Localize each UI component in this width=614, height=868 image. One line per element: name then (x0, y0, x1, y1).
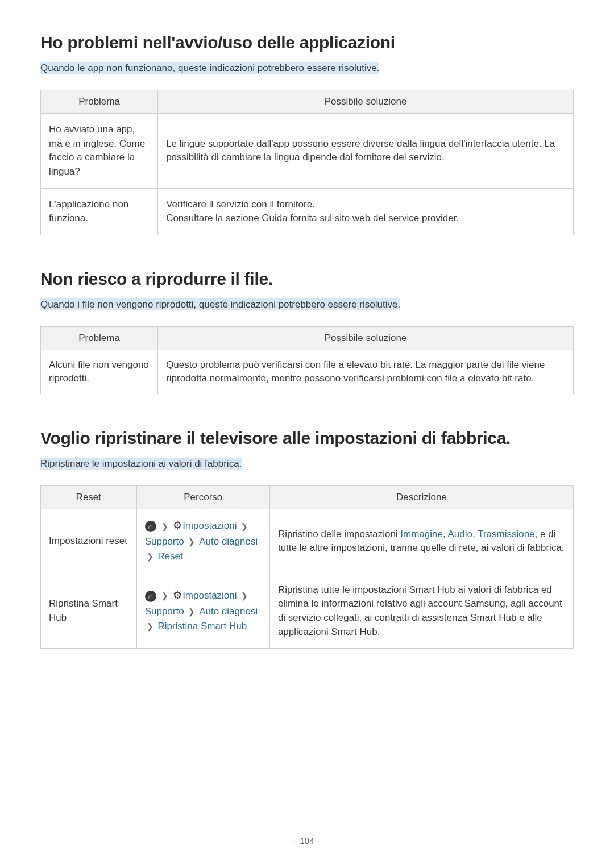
path-ripristina-smart-hub: Ripristina Smart Hub (157, 621, 247, 632)
path-autodiagnosi: Auto diagnosi (199, 606, 258, 617)
cell-solution: Verificare il servizio con il fornitore.… (158, 188, 574, 235)
cell-percorso: ❯ Impostazioni ❯ Supporto ❯ Auto diagnos… (136, 509, 269, 574)
cell-descrizione: Ripristina tutte le impostazioni Smart H… (269, 574, 573, 649)
path-supporto: Supporto (145, 606, 184, 617)
solution-line2: Consultare la sezione Guida fornita sul … (166, 211, 565, 226)
cell-reset: Impostazioni reset (41, 509, 137, 574)
path-impostazioni: Impostazioni (182, 521, 237, 531)
th-problema: Problema (41, 326, 158, 350)
chevron-right-icon: ❯ (188, 607, 195, 616)
section2-table: Problema Possibile soluzione Alcuni file… (40, 326, 574, 394)
cell-descrizione: Ripristino delle impostazioni Immagine, … (269, 509, 573, 574)
sep: , (472, 529, 478, 539)
chevron-right-icon: ❯ (188, 537, 195, 546)
section3-title: Voglio ripristinare il televisore alle i… (40, 429, 574, 448)
th-percorso: Percorso (136, 486, 269, 509)
chevron-right-icon: ❯ (147, 552, 154, 561)
chevron-right-icon: ❯ (241, 591, 248, 600)
cell-solution: Questo problema può verificarsi con file… (158, 350, 574, 394)
chevron-right-icon: ❯ (241, 522, 248, 531)
table-row: L'applicazione non funziona. Verificare … (41, 188, 574, 235)
section3-table: Reset Percorso Descrizione Impostazioni … (40, 485, 574, 649)
home-icon (145, 521, 156, 532)
section3-subtitle: Ripristinare le impostazioni ai valori d… (40, 458, 242, 470)
gear-icon (173, 590, 182, 601)
th-reset: Reset (41, 486, 137, 509)
chevron-right-icon: ❯ (147, 622, 154, 631)
chevron-right-icon: ❯ (161, 591, 168, 600)
desc-prefix: Ripristino delle impostazioni (278, 529, 400, 539)
table-row: Ho avviato una app, ma è in inglese. Com… (41, 114, 574, 189)
table-row: Ripristina Smart Hub ❯ Impostazioni ❯ Su… (41, 574, 574, 649)
link-immagine: Immagine (400, 529, 443, 539)
table-row: Alcuni file non vengono riprodotti. Ques… (41, 350, 574, 394)
cell-problem: L'applicazione non funziona. (41, 188, 158, 235)
sep: , (443, 529, 448, 539)
page-number: - 104 - (0, 836, 614, 845)
path-autodiagnosi: Auto diagnosi (199, 536, 258, 547)
th-descrizione: Descrizione (269, 486, 573, 509)
chevron-right-icon: ❯ (161, 522, 168, 531)
path-supporto: Supporto (145, 536, 184, 547)
cell-reset: Ripristina Smart Hub (41, 574, 137, 649)
cell-solution: Le lingue supportate dall'app possono es… (158, 114, 574, 189)
th-problema: Problema (41, 90, 158, 114)
cell-problem: Alcuni file non vengono riprodotti. (41, 350, 158, 394)
path-impostazioni: Impostazioni (182, 590, 237, 601)
section2-title: Non riesco a riprodurre il file. (40, 269, 574, 289)
cell-percorso: ❯ Impostazioni ❯ Supporto ❯ Auto diagnos… (136, 574, 269, 649)
solution-line1: Verificare il servizio con il fornitore. (166, 198, 565, 212)
cell-problem: Ho avviato una app, ma è in inglese. Com… (41, 114, 158, 189)
th-soluzione: Possibile soluzione (158, 90, 574, 114)
section1-table: Problema Possibile soluzione Ho avviato … (40, 90, 574, 235)
link-audio: Audio (448, 529, 472, 539)
gear-icon (173, 521, 182, 531)
path-reset: Reset (157, 551, 182, 562)
section1-subtitle: Quando le app non funzionano, queste ind… (40, 62, 379, 74)
link-trasmissione: Trasmissione (478, 529, 534, 539)
table-row: Impostazioni reset ❯ Impostazioni ❯ Supp… (41, 509, 574, 574)
section1-title: Ho problemi nell'avvio/uso delle applica… (40, 33, 574, 52)
section2-subtitle: Quando i file non vengono riprodotti, qu… (40, 298, 400, 310)
th-soluzione: Possibile soluzione (158, 326, 574, 350)
home-icon (145, 591, 156, 602)
